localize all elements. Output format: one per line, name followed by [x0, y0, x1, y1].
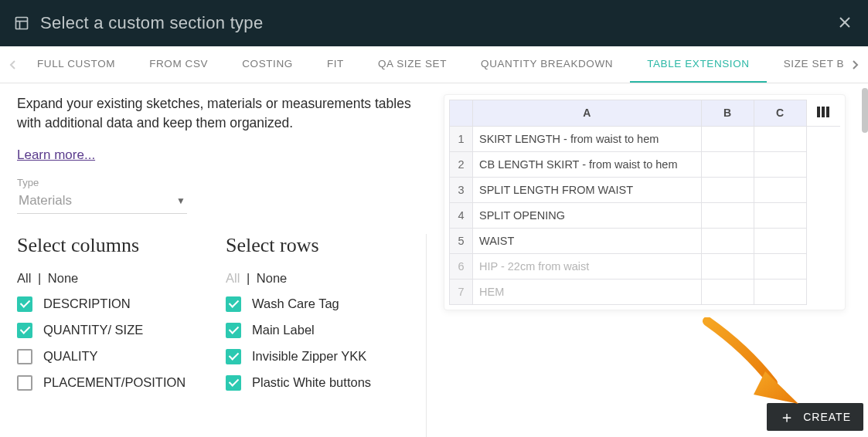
layout-icon [14, 15, 29, 31]
svg-rect-0 [16, 18, 28, 29]
column-checkbox[interactable] [17, 296, 32, 312]
preview-panel: ABC 1SKIRT LENGTH - from waist to hem2CB… [438, 94, 851, 437]
type-select[interactable]: Materials ▼ [17, 190, 187, 214]
column-checkbox[interactable] [17, 375, 32, 391]
type-value: Materials [19, 193, 72, 208]
chevron-right-icon[interactable] [848, 59, 862, 70]
column-checkbox[interactable] [17, 349, 32, 364]
chevron-left-icon[interactable] [6, 59, 20, 70]
preview-table: ABC 1SKIRT LENGTH - from waist to hem2CB… [449, 100, 840, 305]
row-checkbox[interactable] [226, 296, 241, 312]
row-number: 2 [450, 151, 473, 177]
type-field: Type Materials ▼ [17, 177, 187, 214]
rows-panel: Select rows All | None Wash Care TagMain… [226, 234, 427, 437]
columns-icon[interactable] [806, 100, 840, 127]
create-label: CREATE [803, 411, 851, 423]
cell-b [701, 279, 754, 304]
row-label: Wash Care Tag [252, 296, 339, 311]
columns-all-link[interactable]: All [17, 271, 31, 285]
tab-from-csv[interactable]: FROM CSV [132, 46, 225, 83]
row-number: 7 [450, 279, 473, 304]
cell-a: HIP - 22cm from waist [473, 253, 702, 279]
row-item: Wash Care Tag [226, 296, 426, 312]
cell-c [754, 126, 806, 151]
cell-c [754, 151, 806, 177]
column-item: DESCRIPTION [17, 296, 218, 312]
section-description: Expand your existing sketches, materials… [17, 94, 427, 134]
cell-b [701, 177, 754, 202]
row-label: Main Label [252, 323, 315, 337]
cell-b [701, 126, 754, 151]
cell-c [754, 177, 806, 202]
cell-a: SPLIT OPENING [473, 202, 702, 228]
cell-a: CB LENGTH SKIRT - from waist to hem [473, 151, 702, 177]
rows-none-link[interactable]: None [257, 271, 287, 285]
table-row: 7HEM [450, 279, 841, 304]
tab-full-custom[interactable]: FULL CUSTOM [20, 46, 132, 83]
tab-table-extension[interactable]: TABLE EXTENSION [630, 46, 767, 83]
tab-size-set-b[interactable]: SIZE SET B [767, 46, 848, 83]
selects-row: Select columns All | None DESCRIPTIONQUA… [17, 234, 431, 437]
row-number: 6 [450, 253, 473, 279]
tab-qa-size-set[interactable]: QA SIZE SET [361, 46, 464, 83]
tab-quantity-breakdown[interactable]: QUANTITY BREAKDOWN [464, 46, 630, 83]
cell-c [754, 228, 806, 253]
scrollbar-thumb[interactable] [862, 88, 868, 133]
cell-b [701, 228, 754, 253]
row-label: Plastic White buttons [252, 375, 371, 390]
cell-b [701, 202, 754, 228]
row-checkbox[interactable] [226, 375, 241, 391]
cell-b [701, 151, 754, 177]
modal-header: Select a custom section type [0, 0, 868, 46]
cell-c [754, 202, 806, 228]
tabs-list: FULL CUSTOMFROM CSVCOSTINGFITQA SIZE SET… [20, 46, 848, 83]
row-checkbox[interactable] [226, 349, 241, 364]
columns-none-link[interactable]: None [48, 271, 78, 285]
row-number: 3 [450, 177, 473, 202]
cell-a: HEM [473, 279, 702, 304]
cell-a: WAIST [473, 228, 702, 253]
footer: ＋ CREATE [767, 403, 863, 431]
grid-header [450, 100, 473, 127]
row-number: 4 [450, 202, 473, 228]
learn-more-link[interactable]: Learn more... [17, 147, 431, 163]
columns-heading: Select columns [17, 234, 218, 257]
type-label: Type [17, 177, 187, 188]
rows-all-none: All | None [226, 271, 426, 286]
close-icon[interactable] [836, 12, 854, 36]
grid-header: B [701, 100, 754, 127]
section-type-modal: Select a custom section type FULL CUSTOM… [0, 0, 868, 437]
column-label: DESCRIPTION [43, 296, 131, 311]
tab-costing[interactable]: COSTING [225, 46, 310, 83]
chevron-down-icon: ▼ [176, 195, 186, 206]
tab-fit[interactable]: FIT [310, 46, 361, 83]
column-item: QUANTITY/ SIZE [17, 323, 218, 338]
cell-a: SKIRT LENGTH - from waist to hem [473, 126, 702, 151]
columns-all-none: All | None [17, 271, 218, 286]
row-item: Invisible Zipper YKK [226, 349, 426, 364]
modal-body: Expand your existing sketches, materials… [0, 83, 868, 437]
columns-list: DESCRIPTIONQUANTITY/ SIZEQUALITYPLACEMEN… [17, 296, 218, 391]
column-label: QUANTITY/ SIZE [43, 323, 143, 337]
row-checkbox[interactable] [226, 323, 241, 338]
cell-a: SPLIT LENGTH FROM WAIST [473, 177, 702, 202]
left-panel: Expand your existing sketches, materials… [17, 94, 431, 437]
cell-c [754, 253, 806, 279]
table-row: 4SPLIT OPENING [450, 202, 841, 228]
table-row: 2CB LENGTH SKIRT - from waist to hem [450, 151, 841, 177]
column-checkbox[interactable] [17, 323, 32, 338]
rows-all-link[interactable]: All [226, 271, 240, 285]
create-button[interactable]: ＋ CREATE [767, 403, 863, 431]
rows-list: Wash Care TagMain LabelInvisible Zipper … [226, 296, 426, 391]
row-item: Plastic White buttons [226, 375, 426, 391]
grid-header: A [473, 100, 702, 127]
table-row: 3SPLIT LENGTH FROM WAIST [450, 177, 841, 202]
column-label: PLACEMENT/POSITION [43, 375, 186, 390]
cell-c [754, 279, 806, 304]
tabs-bar: FULL CUSTOMFROM CSVCOSTINGFITQA SIZE SET… [0, 46, 868, 83]
column-label: QUALITY [43, 349, 98, 364]
modal-title: Select a custom section type [40, 13, 836, 33]
row-label: Invisible Zipper YKK [252, 349, 366, 364]
row-number: 1 [450, 126, 473, 151]
cell-b [701, 253, 754, 279]
